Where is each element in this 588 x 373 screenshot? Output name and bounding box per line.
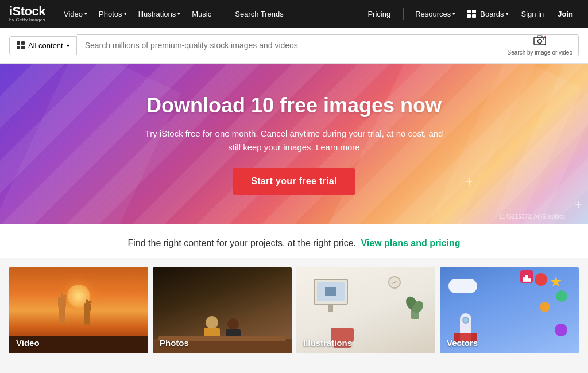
nav-link-video[interactable]: Video ▾ bbox=[59, 7, 92, 21]
nav-join-link[interactable]: Join bbox=[552, 7, 579, 21]
nav-link-photos[interactable]: Photos ▾ bbox=[94, 7, 131, 21]
nav-pricing-link[interactable]: Pricing bbox=[362, 7, 396, 21]
chevron-down-icon: ▾ bbox=[124, 11, 127, 17]
chevron-down-icon: ▾ bbox=[452, 11, 455, 17]
search-by-image-label: Search by image or video bbox=[508, 49, 572, 56]
nav-boards-link[interactable]: Boards ▾ bbox=[462, 7, 513, 21]
svg-rect-1 bbox=[472, 10, 476, 13]
hero-learn-more-link[interactable]: Learn more bbox=[316, 142, 360, 152]
search-input[interactable] bbox=[77, 34, 502, 56]
gallery-label-photos: Photos bbox=[160, 338, 189, 348]
hero-plus-decoration-1: + bbox=[465, 174, 473, 190]
svg-rect-2 bbox=[467, 14, 471, 18]
chevron-down-icon: ▾ bbox=[67, 42, 69, 49]
camera-icon: + bbox=[533, 35, 546, 48]
nav-link-search-trends[interactable]: Search Trends bbox=[230, 7, 288, 21]
nav-link-illustrations[interactable]: Illustrations ▾ bbox=[134, 7, 185, 21]
svg-rect-6 bbox=[537, 36, 542, 38]
gallery-item-photos[interactable]: Photos bbox=[153, 267, 292, 353]
gallery-label-illustrations: Illustrations bbox=[303, 338, 352, 348]
gallery-label-video: Video bbox=[16, 338, 40, 348]
hero-title: Download 10 free images now bbox=[145, 94, 443, 118]
svg-rect-3 bbox=[472, 14, 476, 18]
hero-plus-decoration-2: + bbox=[574, 197, 582, 213]
svg-rect-17 bbox=[86, 299, 88, 305]
logo[interactable]: iStock by Getty Images bbox=[9, 5, 45, 22]
hero-section: Download 10 free images now Try iStock f… bbox=[0, 64, 588, 224]
svg-rect-18 bbox=[88, 301, 92, 303]
promo-pricing-link[interactable]: View plans and pricing bbox=[361, 238, 460, 248]
hero-cta-button[interactable]: Start your free trial bbox=[233, 168, 355, 195]
grid-icon bbox=[17, 41, 25, 49]
logo-tagline: by Getty Images bbox=[9, 18, 45, 22]
nav-divider-2 bbox=[403, 8, 404, 20]
nav-divider bbox=[223, 8, 223, 20]
gallery-label-vectors: Vectors bbox=[447, 338, 478, 348]
hero-credit: 1146216372, AniGraphics bbox=[499, 213, 565, 220]
chevron-down-icon: ▾ bbox=[84, 11, 87, 17]
logo-brand: iStock bbox=[9, 5, 45, 18]
search-bar: All content ▾ + Search by image or video bbox=[0, 28, 588, 64]
nav-resources-link[interactable]: Resources ▾ bbox=[411, 7, 460, 21]
svg-text:+: + bbox=[544, 35, 546, 39]
chevron-down-icon: ▾ bbox=[177, 11, 180, 17]
gallery-item-illustrations[interactable]: Illustrations bbox=[296, 267, 435, 353]
search-by-image-button[interactable]: + Search by image or video bbox=[502, 34, 579, 56]
svg-point-5 bbox=[538, 39, 542, 43]
gallery-grid: Video bbox=[9, 267, 579, 353]
boards-icon bbox=[467, 10, 476, 18]
giraffe-illustration bbox=[44, 292, 113, 337]
hero-subtitle: Try iStock free for one month. Cancel an… bbox=[145, 127, 443, 154]
promo-section: Find the right content for your projects… bbox=[0, 224, 588, 258]
top-navigation: iStock by Getty Images Video ▾ Photos ▾ … bbox=[0, 0, 588, 28]
promo-text: Find the right content for your projects… bbox=[0, 238, 588, 248]
content-filter-dropdown[interactable]: All content ▾ bbox=[9, 36, 77, 55]
nav-link-music[interactable]: Music bbox=[187, 7, 216, 21]
gallery-item-video[interactable]: Video bbox=[9, 267, 148, 353]
svg-rect-0 bbox=[467, 10, 471, 13]
hero-content: Download 10 free images now Try iStock f… bbox=[133, 94, 455, 195]
chevron-down-icon: ▾ bbox=[506, 11, 509, 17]
nav-sign-in-link[interactable]: Sign in bbox=[516, 7, 550, 21]
main-nav-links: Video ▾ Photos ▾ Illustrations ▾ Music S… bbox=[59, 7, 362, 21]
nav-right-links: Pricing Resources ▾ Boards ▾ Sign in Joi… bbox=[362, 7, 579, 21]
content-filter-label: All content bbox=[28, 41, 63, 50]
gallery-item-vectors[interactable]: Vectors bbox=[440, 267, 579, 353]
svg-rect-13 bbox=[63, 295, 67, 297]
gallery-section: Video bbox=[0, 258, 588, 363]
